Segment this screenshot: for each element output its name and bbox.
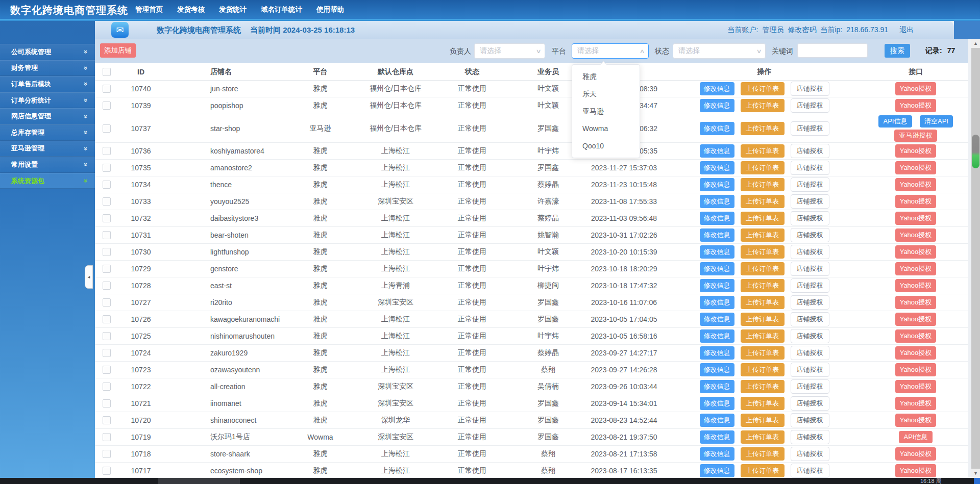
row-checkbox[interactable] [103,315,111,323]
upload-orders-button[interactable]: 上传订单表 [741,144,785,158]
mail-icon[interactable]: ✉ [111,22,129,38]
nav-item-5[interactable]: 使用帮助 [316,5,344,14]
shop-auth-button[interactable]: 店铺授权 [791,447,829,461]
row-checkbox[interactable] [103,197,111,206]
yahoo-auth-button[interactable]: Yahoo授权 [895,380,936,393]
add-shop-button[interactable]: 添加店铺 [100,43,136,58]
upload-orders-button[interactable]: 上传订单表 [741,122,785,135]
change-password-link[interactable]: 修改密码 [788,26,816,35]
edit-info-button[interactable]: 修改信息 [700,122,734,135]
yahoo-auth-button[interactable]: Yahoo授权 [895,245,936,259]
nav-item-1[interactable]: 管理首页 [135,5,163,14]
shop-auth-button[interactable]: 店铺授权 [791,211,829,225]
sidebar-item-6[interactable]: 总库存管理» [0,124,95,141]
upload-orders-button[interactable]: 上传订单表 [741,245,785,259]
row-checkbox[interactable] [103,349,111,357]
yahoo-auth-button[interactable]: Yahoo授权 [895,363,936,376]
edit-info-button[interactable]: 修改信息 [700,178,734,191]
sidebar-item-8[interactable]: 常用设置» [0,157,95,173]
yahoo-auth-button[interactable]: Yahoo授权 [895,144,936,158]
upload-orders-button[interactable]: 上传订单表 [741,363,785,376]
nav-item-3[interactable]: 发货统计 [219,5,247,14]
row-checkbox[interactable] [103,164,111,172]
upload-orders-button[interactable]: 上传订单表 [741,195,785,208]
edit-info-button[interactable]: 修改信息 [700,397,734,410]
row-checkbox[interactable] [103,433,111,441]
edit-info-button[interactable]: 修改信息 [700,313,734,326]
edit-info-button[interactable]: 修改信息 [700,212,734,225]
amazon-auth-button[interactable]: 亚马逊授权 [894,130,937,142]
scroll-thumb[interactable] [972,135,979,168]
row-checkbox[interactable] [103,467,111,475]
shop-auth-button[interactable]: 店铺授权 [791,295,829,310]
vertical-scrollbar[interactable]: ▲ ▼ [971,39,980,478]
sidebar-item-7[interactable]: 亚马逊管理» [0,141,95,157]
yahoo-auth-button[interactable]: Yahoo授权 [895,228,936,242]
dropdown-option-2[interactable]: 乐天 [572,85,640,103]
upload-orders-button[interactable]: 上传订单表 [741,430,785,444]
sidebar-collapse-handle[interactable]: ◄ [85,265,93,289]
upload-orders-button[interactable]: 上传订单表 [741,161,785,174]
shop-auth-button[interactable]: 店铺授权 [791,82,829,96]
sidebar-item-4[interactable]: 订单分析统计» [0,92,95,109]
yahoo-auth-button[interactable]: Yahoo授权 [895,178,936,191]
shop-auth-button[interactable]: 店铺授权 [791,161,829,175]
sidebar-item-3[interactable]: 订单售后模块» [0,76,95,92]
dropdown-option-3[interactable]: 亚马逊 [572,103,640,120]
row-checkbox[interactable] [103,231,111,239]
edit-info-button[interactable]: 修改信息 [700,464,734,477]
edit-info-button[interactable]: 修改信息 [700,195,734,208]
edit-info-button[interactable]: 修改信息 [700,430,734,444]
row-checkbox[interactable] [103,85,111,93]
upload-orders-button[interactable]: 上传订单表 [741,82,785,95]
manager-select[interactable]: 请选择 ∨ [474,43,545,59]
shop-auth-button[interactable]: 店铺授权 [791,262,829,276]
row-checkbox[interactable] [103,366,111,374]
row-checkbox[interactable] [103,147,111,155]
upload-orders-button[interactable]: 上传订单表 [741,279,785,292]
logout-link[interactable]: 退出 [899,26,914,35]
edit-info-button[interactable]: 修改信息 [700,279,734,292]
upload-orders-button[interactable]: 上传订单表 [741,262,785,275]
row-checkbox[interactable] [103,298,111,307]
row-checkbox[interactable] [103,181,111,189]
select-all-checkbox[interactable] [103,68,111,76]
shop-auth-button[interactable]: 店铺授权 [791,363,829,377]
row-checkbox[interactable] [103,101,111,110]
row-checkbox[interactable] [103,214,111,222]
shop-auth-button[interactable]: 店铺授权 [791,245,829,259]
row-checkbox[interactable] [103,248,111,256]
shop-auth-button[interactable]: 店铺授权 [791,278,829,293]
edit-info-button[interactable]: 修改信息 [700,161,734,174]
edit-info-button[interactable]: 修改信息 [700,82,734,95]
yahoo-auth-button[interactable]: Yahoo授权 [895,212,936,225]
row-checkbox[interactable] [103,332,111,340]
shop-auth-button[interactable]: 店铺授权 [791,177,829,192]
shop-auth-button[interactable]: 店铺授权 [791,121,829,136]
shop-auth-button[interactable]: 店铺授权 [791,430,829,444]
upload-orders-button[interactable]: 上传订单表 [741,414,785,427]
upload-orders-button[interactable]: 上传订单表 [741,397,785,410]
edit-info-button[interactable]: 修改信息 [700,296,734,309]
yahoo-auth-button[interactable]: Yahoo授权 [895,346,936,360]
row-checkbox[interactable] [103,265,111,273]
edit-info-button[interactable]: 修改信息 [700,363,734,376]
upload-orders-button[interactable]: 上传订单表 [741,329,785,343]
taskbar-app-button[interactable] [158,478,240,484]
row-checkbox[interactable] [103,383,111,391]
yahoo-auth-button[interactable]: Yahoo授权 [895,161,936,174]
keyword-input[interactable] [797,43,868,58]
edit-info-button[interactable]: 修改信息 [700,144,734,158]
shop-auth-button[interactable]: 店铺授权 [791,346,829,360]
upload-orders-button[interactable]: 上传订单表 [741,313,785,326]
edit-info-button[interactable]: 修改信息 [700,228,734,242]
edit-info-button[interactable]: 修改信息 [700,346,734,360]
row-checkbox[interactable] [103,416,111,424]
row-checkbox[interactable] [103,124,111,133]
shop-auth-button[interactable]: 店铺授权 [791,329,829,343]
yahoo-auth-button[interactable]: Yahoo授权 [895,195,936,208]
upload-orders-button[interactable]: 上传订单表 [741,228,785,242]
dropdown-option-1[interactable]: 雅虎 [572,68,640,85]
shop-auth-button[interactable]: 店铺授权 [791,228,829,242]
status-select[interactable]: 请选择 ∨ [673,43,766,59]
